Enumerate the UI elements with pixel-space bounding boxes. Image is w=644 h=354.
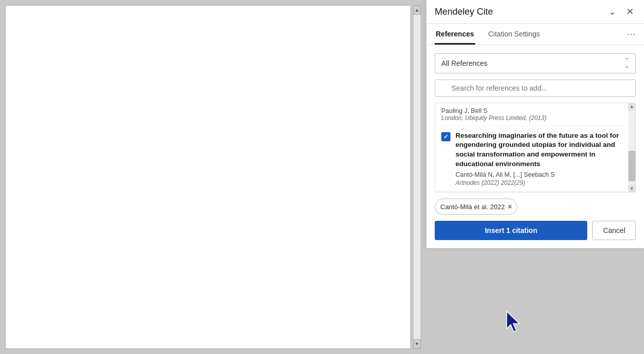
panel-wrapper: Mendeley Cite ⌄ ✕ References Citation Se… <box>426 0 644 354</box>
ref-authors: Pauling J, Bell S <box>441 107 622 114</box>
references-scroll-area[interactable]: Pauling J, Bell S London, Ubiquity Press… <box>435 103 628 192</box>
ref-authors: Cantó-Milà N, Ali M, [...] Seebach S <box>456 171 622 178</box>
scroll-thumb[interactable] <box>413 15 421 339</box>
doc-vertical-scrollbar[interactable]: ▲ ▼ <box>413 5 421 349</box>
refs-scroll-up[interactable]: ▲ <box>628 103 635 110</box>
citation-remove-button[interactable]: × <box>508 203 512 210</box>
cursor-icon <box>505 310 523 333</box>
ref-title: Researching imaginaries of the future as… <box>456 131 622 170</box>
tab-more-menu[interactable]: ··· <box>627 25 636 44</box>
references-dropdown[interactable]: All References ⌃⌄ <box>435 53 636 73</box>
list-item[interactable]: ✓ Researching imaginaries of the future … <box>435 126 628 192</box>
header-icons: ⌄ ✕ <box>607 6 636 17</box>
search-wrapper: 🔍 <box>435 80 636 97</box>
refs-vertical-scrollbar[interactable]: ▲ ▼ <box>628 103 635 192</box>
tabs-bar: References Citation Settings ··· <box>427 24 644 45</box>
tab-citation-settings[interactable]: Citation Settings <box>487 24 541 45</box>
refs-scroll-down[interactable]: ▼ <box>628 185 635 192</box>
refs-scrollbar-track <box>628 110 635 185</box>
reference-checkbox[interactable]: ✓ <box>441 132 450 141</box>
ref-source: London, Ubiquity Press Limited, (2013) <box>441 114 622 122</box>
citation-pill[interactable]: Cantó-Milà et al. 2022 × <box>435 199 517 215</box>
dropdown-value: All References <box>441 59 487 67</box>
scroll-up-arrow[interactable]: ▲ <box>413 6 421 15</box>
document-area: ▲ ▼ <box>0 0 426 354</box>
cancel-button[interactable]: Cancel <box>592 221 636 240</box>
panel-title: Mendeley Cite <box>435 7 493 17</box>
document-page <box>5 5 411 349</box>
svg-marker-0 <box>507 311 519 332</box>
close-button[interactable]: ✕ <box>624 6 636 17</box>
selected-citations-area: Cantó-Milà et al. 2022 × <box>435 199 636 215</box>
action-buttons: Insert 1 citation Cancel <box>435 221 636 240</box>
list-item[interactable]: Pauling J, Bell S London, Ubiquity Press… <box>435 103 628 126</box>
panel-body: All References ⌃⌄ 🔍 Pauling J, Bell S Lo… <box>427 45 644 248</box>
minimize-button[interactable]: ⌄ <box>607 6 618 17</box>
checkmark-icon: ✓ <box>443 133 448 140</box>
refs-scrollbar-thumb[interactable] <box>628 151 635 181</box>
panel-header: Mendeley Cite ⌄ ✕ <box>427 0 644 24</box>
ref-content: Researching imaginaries of the future as… <box>456 131 622 187</box>
tab-references[interactable]: References <box>435 24 475 45</box>
references-list: Pauling J, Bell S London, Ubiquity Press… <box>435 103 636 193</box>
citation-pill-label: Cantó-Milà et al. 2022 <box>440 203 505 211</box>
mendeley-cite-panel: Mendeley Cite ⌄ ✕ References Citation Se… <box>426 0 644 248</box>
search-input[interactable] <box>435 80 636 97</box>
ref-journal: Artnodes (2022) 2022(29) <box>456 179 622 186</box>
dropdown-chevrons-icon: ⌃⌄ <box>624 58 629 69</box>
insert-citation-button[interactable]: Insert 1 citation <box>435 221 587 240</box>
scroll-down-arrow[interactable]: ▼ <box>413 339 421 348</box>
